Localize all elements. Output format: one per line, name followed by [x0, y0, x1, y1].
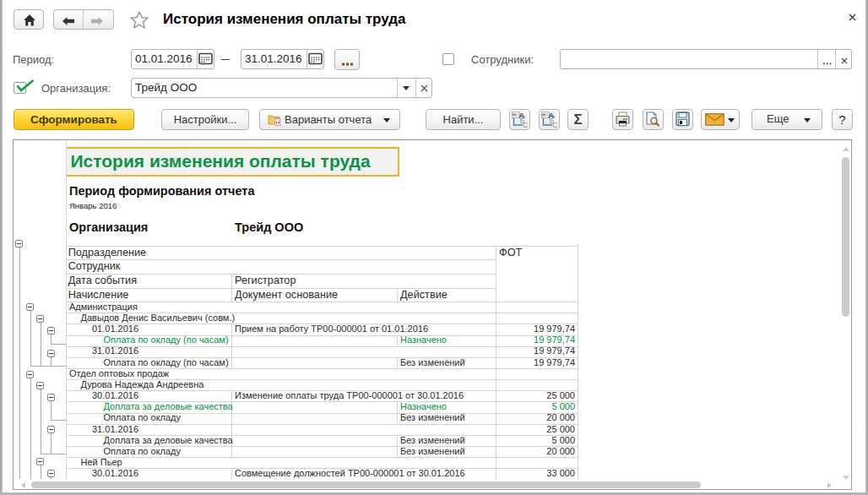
svg-text:С: С — [523, 121, 528, 128]
svg-text:С: С — [552, 121, 557, 128]
